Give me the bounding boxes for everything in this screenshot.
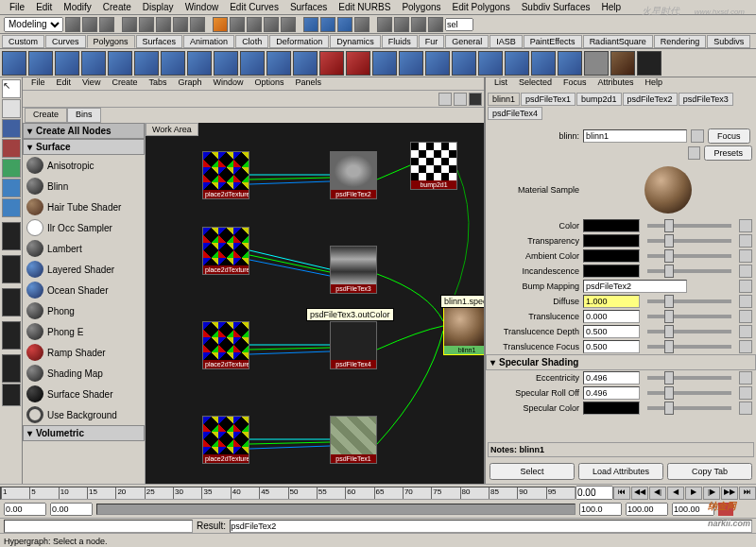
map-button[interactable] (739, 295, 752, 308)
shelf-poly-icon[interactable] (558, 51, 582, 76)
copy-tab-button[interactable]: Copy Tab (667, 463, 752, 480)
node-psdfiletex2[interactable]: psdFileTex2 (330, 151, 377, 199)
translf-slider[interactable] (647, 345, 731, 349)
shelf-tab-fur[interactable]: Fur (419, 35, 445, 48)
autokey-icon[interactable] (718, 503, 733, 516)
attr-tab-bump2d1[interactable]: bump2d1 (576, 93, 622, 106)
map-button[interactable] (739, 310, 752, 323)
menu-editpolygons[interactable]: Edit Polygons (447, 2, 516, 12)
mel-input[interactable] (4, 520, 193, 533)
tool-icon[interactable] (65, 17, 80, 32)
shelf-cube-icon[interactable] (28, 51, 53, 76)
material-hairtube[interactable]: Hair Tube Shader (23, 197, 145, 217)
attr-menu-selected[interactable]: Selected (514, 77, 557, 91)
shelf-soccer-icon[interactable] (266, 51, 291, 76)
shelf-checker-icon[interactable] (637, 51, 662, 76)
last-tool-icon[interactable] (2, 198, 21, 217)
shelf-tab-cloth[interactable]: Cloth (235, 35, 268, 48)
map-button[interactable] (739, 249, 752, 263)
bins-tab[interactable]: Bins (67, 108, 101, 123)
next-key-icon[interactable]: |▶ (703, 487, 720, 500)
translf-field[interactable] (583, 340, 640, 353)
menu-subdiv[interactable]: Subdiv Surfaces (516, 2, 596, 12)
layout-four-icon[interactable] (2, 255, 21, 283)
snap-icon[interactable] (156, 17, 171, 32)
hg-menu-graph[interactable]: Graph (173, 77, 206, 90)
incand-slider[interactable] (647, 269, 731, 273)
manip-tool-icon[interactable] (2, 179, 21, 197)
menu-modify[interactable]: Modify (58, 2, 96, 12)
material-layered[interactable]: Layered Shader (23, 259, 145, 280)
color-swatch[interactable] (583, 219, 640, 232)
shelf-poly-icon[interactable] (372, 51, 397, 76)
material-blinn[interactable]: Blinn (23, 176, 145, 197)
shelf-tab-dynamics[interactable]: Dynamics (330, 35, 381, 48)
layout-outliner-icon[interactable] (2, 321, 21, 350)
history-icon[interactable] (264, 17, 279, 32)
material-phonge[interactable]: Phong E (23, 321, 145, 342)
end-icon[interactable]: ⏭ (739, 487, 756, 500)
load-attributes-button[interactable]: Load Attributes (578, 463, 663, 480)
shelf-tab-painteffects[interactable]: PaintEffects (524, 35, 582, 48)
map-button[interactable] (739, 280, 752, 293)
range-start-field[interactable] (4, 503, 46, 516)
layout-persp-icon[interactable] (2, 288, 21, 316)
render-icon[interactable] (320, 17, 335, 32)
map-button[interactable] (739, 265, 752, 278)
shelf-poly-icon[interactable] (505, 51, 529, 76)
ambient-swatch[interactable] (583, 249, 640, 263)
focus-button[interactable]: Focus (708, 128, 750, 144)
shelf-tab-surfaces[interactable]: Surfaces (136, 35, 183, 48)
surface-header[interactable]: ▾Surface (23, 139, 145, 155)
map-button[interactable] (739, 386, 752, 400)
material-shadingmap[interactable]: Shading Map (23, 363, 145, 384)
attr-tab-psdfiletex2[interactable]: psdFileTex2 (623, 93, 678, 106)
shelf-torus-icon[interactable] (134, 51, 159, 76)
hg-menu-edit[interactable]: Edit (52, 77, 77, 90)
current-frame-field[interactable] (576, 486, 613, 500)
hg-menu-view[interactable]: View (77, 77, 105, 90)
color-slider[interactable] (647, 224, 731, 228)
node-bump2d1[interactable]: bump2d1 (410, 142, 457, 190)
menu-window[interactable]: Window (180, 2, 225, 12)
menu-create[interactable]: Create (97, 2, 137, 12)
material-surface[interactable]: Surface Shader (23, 384, 145, 404)
shelf-poly-icon[interactable] (399, 51, 423, 76)
presets-button[interactable]: Presets (704, 145, 752, 161)
speccolor-swatch[interactable] (583, 402, 640, 415)
roll-slider[interactable] (647, 391, 731, 395)
specular-header[interactable]: ▾Specular Shading (486, 354, 756, 370)
shelf-tab-animation[interactable]: Animation (183, 35, 234, 48)
time-ruler[interactable]: 1 5 10 15 20 25 30 35 40 45 50 55 60 65 … (0, 487, 576, 500)
shelf-poly-icon[interactable] (346, 51, 370, 76)
shelf-pyramid-icon[interactable] (187, 51, 212, 76)
hg-close-icon[interactable] (469, 93, 482, 106)
transparency-swatch[interactable] (583, 234, 640, 248)
nav-back-icon[interactable] (691, 129, 704, 143)
diffuse-slider[interactable] (647, 299, 731, 303)
layout-custom-icon[interactable] (2, 384, 21, 406)
material-usebg[interactable]: Use Background (23, 404, 145, 425)
hg-icon[interactable] (438, 93, 452, 106)
scale-tool-icon[interactable] (2, 159, 21, 178)
shelf-poly-icon[interactable] (452, 51, 476, 76)
lasso-tool-icon[interactable] (2, 99, 21, 118)
transld-field[interactable] (583, 325, 640, 338)
shelf-tab-curves[interactable]: Curves (45, 35, 86, 48)
map-button[interactable] (739, 234, 752, 248)
layout-icon[interactable] (377, 17, 392, 32)
material-phong[interactable]: Phong (23, 300, 145, 321)
shelf-tab-polygons[interactable]: Polygons (87, 35, 135, 48)
playback-end-field[interactable] (579, 503, 622, 516)
select-tool-icon[interactable]: ↖ (2, 79, 21, 98)
node-place2dtexture3[interactable]: place2dTexture3 (202, 321, 249, 369)
transl-field[interactable] (583, 310, 640, 323)
bump-field[interactable] (583, 280, 687, 293)
step-fwd-icon[interactable]: ▶▶ (721, 487, 738, 500)
shelf-tab-subdivs[interactable]: Subdivs (707, 35, 750, 48)
shelf-mel-icon[interactable] (584, 51, 609, 76)
shelf-platonic-icon[interactable] (293, 51, 318, 76)
hg-menu-tabs[interactable]: Tabs (144, 77, 171, 90)
history-icon[interactable] (281, 17, 296, 32)
shelf-prism-icon[interactable] (161, 51, 185, 76)
